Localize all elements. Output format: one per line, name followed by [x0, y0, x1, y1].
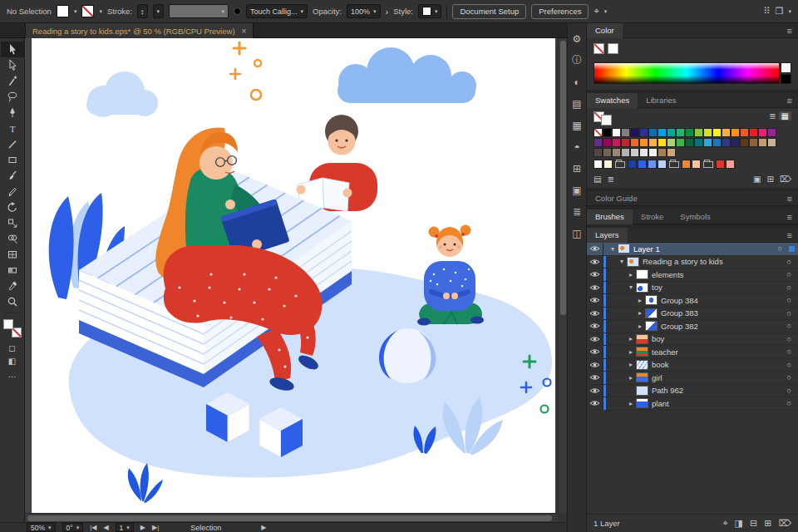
layer-thumbnail[interactable]: [627, 257, 639, 267]
layer-row[interactable]: ▸book○: [587, 359, 798, 372]
color-swatch[interactable]: [648, 138, 658, 147]
color-swatch[interactable]: [603, 128, 612, 137]
visibility-eye-icon[interactable]: [587, 397, 603, 410]
illustration[interactable]: [32, 38, 555, 513]
zoom-dropdown[interactable]: 50%▾: [27, 523, 56, 532]
color-swatch[interactable]: [767, 128, 776, 137]
layer-row[interactable]: ▸girl○: [587, 372, 798, 385]
new-swatch-icon[interactable]: ⊞: [766, 175, 773, 184]
screen-mode-icon[interactable]: ◧: [8, 354, 16, 367]
layer-row[interactable]: ▸Group 382○: [587, 320, 798, 333]
visibility-eye-icon[interactable]: [587, 282, 603, 294]
scrollbar-thumb[interactable]: [27, 515, 552, 521]
layer-name[interactable]: elements: [652, 270, 781, 279]
info-icon[interactable]: ⓘ: [569, 53, 585, 67]
document-tab[interactable]: Reading a story to kids.eps* @ 50 % (RGB…: [25, 23, 254, 38]
layer-name[interactable]: boy: [652, 334, 781, 343]
color-group-folder-icon[interactable]: [615, 161, 625, 168]
variable-width-profile-dropdown[interactable]: ▾: [169, 4, 229, 18]
layer-name[interactable]: plant: [652, 399, 781, 408]
fill-white-swatch[interactable]: [3, 319, 13, 329]
grid-view-icon[interactable]: ▦: [779, 111, 791, 121]
boy-figure[interactable]: [297, 115, 378, 213]
color-swatch[interactable]: [667, 148, 676, 157]
color-swatch[interactable]: [594, 128, 603, 137]
zoom-tool[interactable]: [1, 294, 24, 310]
color-swatch[interactable]: [628, 160, 637, 169]
chevron-down-icon[interactable]: ▾: [99, 8, 102, 15]
transform-icon[interactable]: ⊞: [569, 161, 585, 175]
tab-swatches[interactable]: Swatches: [587, 93, 638, 108]
expand-chevron-icon[interactable]: ▸: [627, 335, 635, 342]
color-swatch[interactable]: [740, 128, 749, 137]
pen-tool[interactable]: [1, 105, 24, 121]
color-swatch[interactable]: [658, 128, 667, 137]
color-swatch[interactable]: [630, 148, 639, 157]
artboards-icon[interactable]: ▣: [569, 183, 585, 197]
color-swatch[interactable]: [685, 128, 694, 137]
color-swatch[interactable]: [621, 128, 630, 137]
layer-thumbnail[interactable]: [636, 334, 648, 344]
first-artboard-icon[interactable]: |◀: [90, 524, 96, 531]
expand-chevron-icon[interactable]: ▸: [636, 323, 644, 330]
color-swatch[interactable]: [692, 160, 701, 169]
style-dropdown[interactable]: ▾: [418, 4, 442, 18]
rectangle-tool[interactable]: [1, 152, 24, 168]
layer-name[interactable]: Group 384: [661, 296, 781, 305]
color-swatch[interactable]: [639, 148, 648, 157]
asset-export-icon[interactable]: ◫: [569, 226, 585, 240]
layer-thumbnail[interactable]: [636, 372, 648, 382]
color-swatch[interactable]: [603, 148, 612, 157]
layer-thumbnail[interactable]: [645, 321, 658, 331]
layer-thumbnail[interactable]: [645, 295, 658, 305]
stroke-weight-dropdown[interactable]: ▾: [153, 4, 165, 18]
color-swatch[interactable]: [731, 128, 740, 137]
swatch-libraries-icon[interactable]: ▤: [594, 175, 601, 184]
transparency-icon[interactable]: ◓: [569, 140, 585, 154]
expand-chevron-icon[interactable]: ▸: [627, 348, 635, 356]
scale-tool[interactable]: [1, 215, 24, 231]
visibility-eye-icon[interactable]: [587, 268, 603, 281]
layer-row[interactable]: ▾Reading a story to kids○: [587, 256, 798, 269]
chevron-down-icon[interactable]: ▾: [788, 8, 791, 15]
color-swatch[interactable]: [712, 128, 722, 137]
target-circle-icon[interactable]: ○: [781, 361, 798, 369]
layer-row[interactable]: ▸Group 383○: [587, 308, 798, 321]
color-swatch[interactable]: [594, 138, 603, 147]
panel-menu-icon[interactable]: ≡: [781, 96, 798, 106]
color-swatch[interactable]: [612, 128, 621, 137]
visibility-eye-icon[interactable]: [587, 294, 603, 307]
panel-menu-icon[interactable]: ≡: [781, 230, 798, 240]
delete-layer-icon[interactable]: ⌦: [778, 518, 791, 529]
color-group-folder-icon[interactable]: [703, 161, 713, 168]
app-grid-icon[interactable]: ⠿: [764, 6, 771, 17]
rotate-tool[interactable]: [1, 200, 24, 215]
color-swatch[interactable]: [722, 138, 731, 147]
color-swatch[interactable]: [712, 138, 722, 147]
target-circle-icon[interactable]: ○: [781, 270, 798, 278]
color-swatch[interactable]: [658, 148, 667, 157]
girl-figure[interactable]: [417, 225, 484, 326]
cloud-right[interactable]: [337, 47, 476, 103]
color-swatch[interactable]: [716, 160, 725, 169]
color-swatch[interactable]: [612, 148, 621, 157]
appearance-icon[interactable]: ≣: [569, 204, 585, 219]
target-circle-icon[interactable]: ○: [781, 399, 798, 407]
canvas-area[interactable]: [25, 38, 567, 522]
color-swatch[interactable]: [648, 160, 657, 169]
layer-thumbnail[interactable]: [636, 386, 648, 396]
color-swatch[interactable]: [639, 128, 648, 137]
layer-thumbnail[interactable]: [645, 308, 658, 318]
color-swatch[interactable]: [658, 160, 667, 169]
color-swatch[interactable]: [594, 148, 603, 157]
target-circle-icon[interactable]: ○: [781, 309, 798, 318]
lasso-tool[interactable]: [1, 89, 24, 105]
layer-row[interactable]: ▸Group 384○: [587, 294, 798, 308]
visibility-eye-icon[interactable]: [587, 346, 603, 358]
layer-name[interactable]: Group 382: [661, 322, 781, 331]
last-artboard-icon[interactable]: ▶|: [152, 524, 159, 531]
color-swatch[interactable]: [638, 160, 647, 169]
tab-symbols[interactable]: Symbols: [672, 209, 718, 224]
swatches-icon[interactable]: ▤: [569, 96, 585, 111]
eyedropper-tool[interactable]: [1, 278, 24, 294]
